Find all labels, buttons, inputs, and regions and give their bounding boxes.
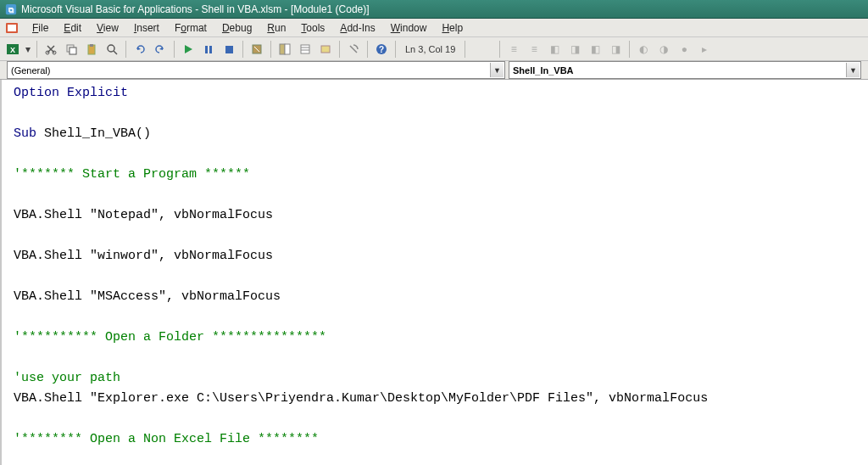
app-icon: ⧉ <box>5 3 17 15</box>
indent-icon: ≡ <box>504 40 523 59</box>
pause-icon[interactable] <box>199 40 218 59</box>
menu-run[interactable]: Run <box>260 20 292 36</box>
svg-rect-14 <box>205 46 208 53</box>
help-icon[interactable]: ? <box>372 40 391 59</box>
next-bookmark-icon: ◨ <box>565 40 584 59</box>
menu-bar: File Edit View Insert Format Debug Run T… <box>0 19 868 37</box>
menu-debug[interactable]: Debug <box>215 20 259 36</box>
clear-bookmark-icon: ◨ <box>606 40 625 59</box>
svg-text:X: X <box>10 46 15 54</box>
find-icon[interactable] <box>103 40 121 59</box>
comment-icon: ◐ <box>634 40 653 59</box>
procedure-dropdown[interactable]: Shell_In_VBA ▼ <box>509 61 861 79</box>
svg-text:?: ? <box>379 45 384 54</box>
toolbar-separator <box>270 41 271 58</box>
dropdown-arrow-icon[interactable]: ▾ <box>24 40 32 59</box>
cut-icon[interactable] <box>42 40 60 59</box>
menu-tools[interactable]: Tools <box>294 20 331 36</box>
dropdown-arrow-icon[interactable]: ▼ <box>846 63 860 77</box>
toolbar-separator <box>395 41 396 58</box>
toolbar: X ▾ ? Ln 3, Col 19 ≡ ≡ ◧ ◨ ◧ ◨ ◐ ◑ ● ▸ <box>0 37 868 61</box>
undo-icon[interactable] <box>131 40 149 59</box>
menu-addins[interactable]: Add-Ins <box>333 20 381 36</box>
copy-icon[interactable] <box>62 40 81 59</box>
title-bar: ⧉ Microsoft Visual Basic for Application… <box>0 0 868 19</box>
toolbar-separator <box>174 41 175 58</box>
window-title: Microsoft Visual Basic for Applications … <box>21 3 370 15</box>
toolbar-separator <box>367 41 368 58</box>
menu-edit[interactable]: Edit <box>57 20 88 36</box>
svg-rect-18 <box>280 44 285 54</box>
svg-rect-23 <box>321 46 330 53</box>
code-content[interactable]: Option Explicit Sub Shell_In_VBA() '****… <box>14 83 868 465</box>
svg-text:⧉: ⧉ <box>8 5 14 14</box>
run-icon[interactable] <box>179 40 198 59</box>
design-mode-icon[interactable] <box>248 40 266 59</box>
toolbar-separator <box>36 41 37 58</box>
procedure-dropdown-value: Shell_In_VBA <box>513 65 574 76</box>
cursor-position: Ln 3, Col 19 <box>400 44 460 54</box>
svg-point-12 <box>108 45 114 52</box>
paste-icon[interactable] <box>82 40 101 59</box>
bookmark-icon: ◧ <box>545 40 564 59</box>
toolbar-separator <box>339 41 340 58</box>
menu-file[interactable]: File <box>25 20 55 36</box>
object-dropdown[interactable]: (General) ▼ <box>7 61 505 79</box>
properties-icon[interactable] <box>296 40 314 59</box>
toolbar-separator <box>242 41 243 58</box>
object-browser-icon[interactable] <box>316 40 335 59</box>
menu-insert[interactable]: Insert <box>127 20 166 36</box>
dropdown-arrow-icon[interactable]: ▼ <box>490 63 504 77</box>
toolbar-separator <box>499 41 500 58</box>
procedure-selector-row: (General) ▼ Shell_In_VBA ▼ <box>0 61 868 80</box>
redo-icon[interactable] <box>151 40 170 59</box>
vb-icon <box>5 21 19 35</box>
stop-icon[interactable] <box>220 40 238 59</box>
toolbox-icon[interactable] <box>344 40 363 59</box>
svg-rect-19 <box>285 44 290 54</box>
step-icon: ▸ <box>695 40 714 59</box>
object-dropdown-value: (General) <box>11 65 50 76</box>
outdent-icon: ≡ <box>525 40 543 59</box>
toolbar-separator <box>629 41 630 58</box>
menu-window[interactable]: Window <box>384 20 434 36</box>
svg-rect-20 <box>301 45 309 53</box>
menu-help[interactable]: Help <box>435 20 470 36</box>
menu-format[interactable]: Format <box>168 20 214 36</box>
project-explorer-icon[interactable] <box>275 40 294 59</box>
uncomment-icon: ◑ <box>654 40 673 59</box>
menu-view[interactable]: View <box>90 20 125 36</box>
svg-rect-16 <box>225 46 233 53</box>
prev-bookmark-icon: ◧ <box>586 40 604 59</box>
svg-rect-11 <box>90 44 93 47</box>
breakpoint-icon: ● <box>675 40 693 59</box>
svg-rect-9 <box>70 48 76 54</box>
svg-rect-15 <box>209 46 212 53</box>
svg-rect-3 <box>8 25 16 31</box>
toolbar-separator <box>465 41 465 58</box>
toolbar-separator <box>125 41 126 58</box>
svg-line-13 <box>114 51 117 54</box>
code-editor[interactable]: Option Explicit Sub Shell_In_VBA() '****… <box>0 80 868 465</box>
excel-icon[interactable]: X <box>3 40 22 59</box>
